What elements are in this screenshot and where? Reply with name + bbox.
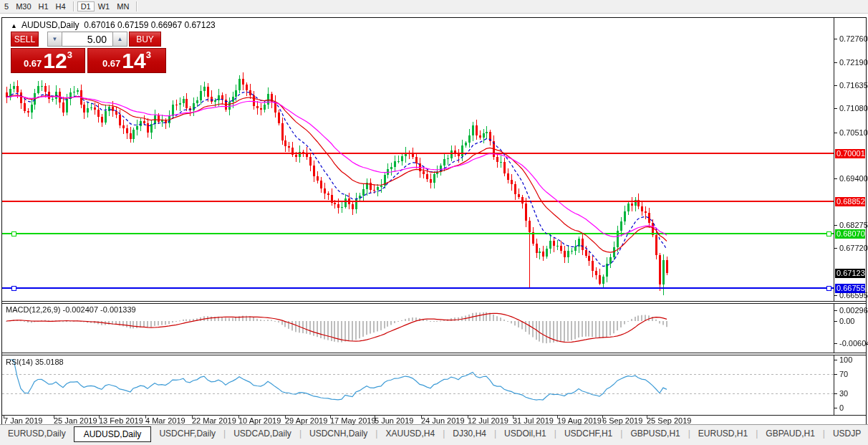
price-axis-label: 0.72190 <box>839 58 868 67</box>
date-axis-label: 12 Jul 2019 <box>468 416 508 425</box>
rsi-indicator-label: RSI(14) 35.0188 <box>6 358 64 366</box>
date-axis-tick <box>192 415 193 418</box>
price-axis: 0.727600.721900.716350.710800.705100.694… <box>834 18 866 424</box>
date-axis-label: 31 Jul 2019 <box>513 416 554 425</box>
rsi-axis-label: 30 <box>839 389 848 398</box>
date-axis-label: 29 Apr 2019 <box>285 416 327 425</box>
buy-price-button[interactable]: 0.67 14 3 <box>87 48 166 73</box>
date-axis-label: 19 Aug 2019 <box>557 416 602 425</box>
pane-separator-macd[interactable] <box>2 301 866 304</box>
timeframe-toolbar: 5M30H1H4D1W1MN <box>0 0 868 14</box>
rsi-axis-label: 0 <box>839 403 844 412</box>
chart-tab-bar: EURUSD,DailyAUDUSD,DailyUSDCHF,Daily|USD… <box>0 424 868 445</box>
sell-price-base: 0.67 <box>24 58 42 69</box>
date-axis-tick <box>145 415 146 418</box>
tab-gbpaud-h1[interactable]: GBPAUD,H1 <box>758 427 822 440</box>
sell-price-pips: 12 <box>43 51 67 71</box>
timeframe-button-w1[interactable]: W1 <box>95 1 114 11</box>
collapse-arrow-icon[interactable]: ▲ <box>11 22 17 29</box>
date-axis-tick <box>375 415 375 418</box>
sell-price-button[interactable]: 0.67 12 3 <box>11 48 85 73</box>
date-axis-tick <box>513 415 513 418</box>
price-axis-label: 0.69400 <box>839 174 868 183</box>
rsi-axis-tick <box>834 393 837 394</box>
date-axis-tick <box>54 415 54 418</box>
macd-axis-label: 0.002968 <box>839 306 868 315</box>
price-level-badge: 0.70001 <box>835 149 865 158</box>
chart-symbol-label: AUDUSD,Daily <box>21 20 79 30</box>
rsi-axis-tick <box>834 408 837 408</box>
date-axis-label: 4 Mar 2019 <box>145 416 185 425</box>
chart-window: MACD(12,26,9) -0.002407 -0.001339 RSI(14… <box>1 17 867 424</box>
macd-axis-tick <box>834 321 837 322</box>
date-axis-label: 7 Jan 2019 <box>4 416 42 425</box>
macd-axis-tick <box>834 343 837 344</box>
price-axis-tick <box>834 225 837 226</box>
price-axis-label: 0.71635 <box>839 81 868 90</box>
tab-usdchf-h1[interactable]: USDCHF,H1 <box>556 427 620 440</box>
buy-button[interactable]: BUY <box>129 32 161 47</box>
tab-dj30-h4[interactable]: DJ30,H4 <box>445 427 494 440</box>
macd-indicator-label: MACD(12,26,9) -0.002407 -0.001339 <box>6 305 136 314</box>
timeframe-button-5[interactable]: 5 <box>1 1 12 11</box>
tab-audusd-daily[interactable]: AUDUSD,Daily <box>74 426 152 442</box>
tab-gbpusd-h1[interactable]: GBPUSD,H1 <box>622 427 688 440</box>
tab-usdcnh-daily[interactable]: USDCNH,Daily <box>302 427 375 440</box>
date-axis-label: 24 Jun 2019 <box>421 416 465 425</box>
date-axis-label: 25 Sep 2019 <box>647 416 691 425</box>
date-axis-tick <box>647 415 647 418</box>
date-axis-tick <box>421 415 422 418</box>
rsi-pane <box>2 355 834 415</box>
volume-decrease-button[interactable]: ▼ <box>47 32 62 47</box>
price-level-badge: 0.66755 <box>835 284 865 293</box>
tab-usdjp[interactable]: USDJP <box>825 427 868 440</box>
price-axis-label: 0.72760 <box>839 34 868 43</box>
date-axis-tick <box>99 415 100 418</box>
price-axis-tick <box>834 178 837 179</box>
rsi-axis-tick <box>834 360 837 360</box>
date-axis-tick <box>602 415 603 418</box>
date-axis-tick <box>468 415 468 418</box>
tab-eurusd-daily[interactable]: EURUSD,Daily <box>0 427 74 440</box>
pane-separator-rsi[interactable] <box>2 353 866 355</box>
volume-input[interactable]: 5.00 <box>62 32 112 47</box>
toolbar-separator <box>136 1 137 11</box>
sell-button[interactable]: SELL <box>11 32 39 47</box>
timeframe-button-m30[interactable]: M30 <box>12 1 34 11</box>
date-axis-tick <box>4 415 4 418</box>
tab-xauusd-h4[interactable]: XAUUSD,H4 <box>377 427 443 440</box>
price-axis-tick <box>834 108 837 109</box>
buy-price-base: 0.67 <box>102 58 120 69</box>
price-axis-tick <box>834 248 837 249</box>
price-axis-tick <box>834 62 837 63</box>
date-axis-tick <box>557 415 558 418</box>
price-level-badge: 0.67123 <box>835 269 865 278</box>
date-axis-tick <box>238 415 239 418</box>
timeframe-button-d1[interactable]: D1 <box>77 1 95 11</box>
date-axis-label: 6 Sep 2019 <box>602 416 642 425</box>
volume-increase-button[interactable]: ▲ <box>112 32 127 47</box>
tab-eurusd-h1[interactable]: EURUSD,H1 <box>690 427 756 440</box>
chart-title: ▲AUDUSD,Daily 0.67016 0.67159 0.66967 0.… <box>11 20 216 30</box>
rsi-canvas[interactable] <box>2 355 834 415</box>
tab-usdchf-daily[interactable]: USDCHF,Daily <box>151 427 223 440</box>
price-axis-label: 0.71080 <box>839 104 868 113</box>
price-axis-label: 0.70510 <box>839 128 868 137</box>
toolbar-separator <box>73 1 74 11</box>
price-axis-tick <box>834 133 837 133</box>
price-axis-label: 0.68275 <box>839 221 868 229</box>
tab-usdcad-daily[interactable]: USDCAD,Daily <box>226 427 299 440</box>
timeframe-button-h4[interactable]: H4 <box>52 1 69 11</box>
date-axis-label: 13 Feb 2019 <box>99 416 143 425</box>
date-axis-tick <box>285 415 286 418</box>
timeframe-button-mn[interactable]: MN <box>113 1 132 11</box>
sell-price-point: 3 <box>67 49 72 60</box>
timeframe-button-h1[interactable]: H1 <box>35 1 52 11</box>
buy-price-point: 3 <box>146 49 151 60</box>
date-axis-label: 22 Mar 2019 <box>192 416 236 425</box>
tab-usdoil-h1[interactable]: USDOil,H1 <box>496 427 554 440</box>
price-axis-label: 0.67720 <box>839 244 868 252</box>
price-level-badge: 0.68070 <box>835 229 865 239</box>
price-axis-tick <box>834 39 837 39</box>
buy-price-pips: 14 <box>122 51 145 71</box>
